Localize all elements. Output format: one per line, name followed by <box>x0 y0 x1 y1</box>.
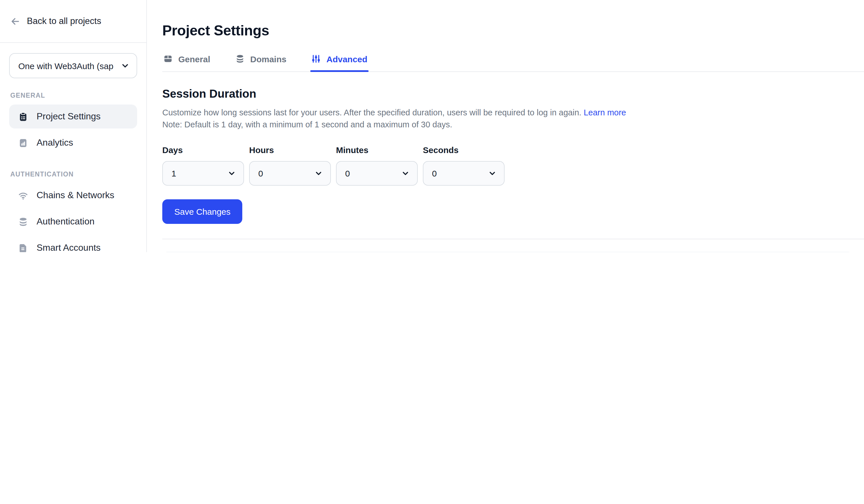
sidebar-item-label: Project Settings <box>37 111 100 122</box>
sliders-icon <box>311 54 321 63</box>
tab-bar: General Domains Advanced <box>162 53 864 72</box>
seconds-select[interactable]: 0 <box>423 161 505 186</box>
test-accounts-card: Test Accounts Enabling this option permi… <box>162 252 853 252</box>
sidebar-item-authentication[interactable]: Authentication <box>9 210 137 234</box>
chevron-down-icon <box>488 169 496 177</box>
project-selector[interactable]: One with Web3Auth (sap <box>9 53 137 78</box>
chevron-down-icon <box>314 169 323 177</box>
sidebar: Back to all projects One with Web3Auth (… <box>0 0 147 252</box>
days-select[interactable]: 1 <box>162 161 244 186</box>
seconds-value: 0 <box>432 169 437 178</box>
back-label: Back to all projects <box>27 16 101 26</box>
sidebar-item-project-settings[interactable]: Project Settings <box>9 105 137 128</box>
sidebar-item-chains-networks[interactable]: Chains & Networks <box>9 183 137 207</box>
page-title: Project Settings <box>162 22 864 39</box>
table-icon <box>164 54 172 63</box>
sidebar-item-label: Smart Accounts <box>37 243 100 252</box>
days-label: Days <box>162 145 244 155</box>
database-icon <box>236 54 244 63</box>
sidebar-item-label: Chains & Networks <box>37 190 114 200</box>
wifi-icon <box>18 190 28 200</box>
session-duration-description: Customize how long sessions last for you… <box>162 107 864 131</box>
tab-label: Advanced <box>326 54 367 64</box>
sidebar-item-label: Authentication <box>37 217 95 227</box>
back-arrow-icon <box>10 16 20 26</box>
hours-field: Hours 0 <box>249 145 331 186</box>
minutes-label: Minutes <box>336 145 418 155</box>
session-description-text: Customize how long sessions last for you… <box>162 108 584 117</box>
days-field: Days 1 <box>162 145 244 186</box>
seconds-label: Seconds <box>423 145 505 155</box>
main-content: Project Settings General Domains Advance… <box>147 0 864 252</box>
sidebar-item-analytics[interactable]: Analytics <box>9 131 137 155</box>
minutes-select[interactable]: 0 <box>336 161 418 186</box>
back-to-projects-link[interactable]: Back to all projects <box>0 0 146 43</box>
tab-general[interactable]: General <box>162 53 212 71</box>
clipboard-icon <box>18 112 28 121</box>
duration-fields: Days 1 Hours 0 Minutes 0 <box>162 145 864 186</box>
section-label-authentication: AUTHENTICATION <box>10 171 137 177</box>
sidebar-item-label: Analytics <box>37 138 73 148</box>
divider <box>162 239 864 239</box>
session-duration-title: Session Duration <box>162 87 864 100</box>
minutes-field: Minutes 0 <box>336 145 418 186</box>
learn-more-link[interactable]: Learn more <box>584 108 626 117</box>
section-label-general: GENERAL <box>10 92 137 99</box>
sidebar-nav: One with Web3Auth (sap GENERAL Project S… <box>0 43 146 252</box>
chevron-down-icon <box>121 61 130 70</box>
hours-label: Hours <box>249 145 331 155</box>
chevron-down-icon <box>401 169 410 177</box>
database-icon <box>18 217 28 226</box>
app-window: Back to all projects One with Web3Auth (… <box>0 0 864 252</box>
tab-domains[interactable]: Domains <box>234 53 288 71</box>
seconds-field: Seconds 0 <box>423 145 505 186</box>
hours-select[interactable]: 0 <box>249 161 331 186</box>
hours-value: 0 <box>258 169 263 178</box>
sidebar-item-smart-accounts[interactable]: Smart Accounts <box>9 236 137 252</box>
tab-label: Domains <box>250 54 287 64</box>
session-note: Note: Default is 1 day, with a minimum o… <box>162 119 864 132</box>
document-icon <box>18 243 28 252</box>
tab-advanced[interactable]: Advanced <box>310 53 368 71</box>
chevron-down-icon <box>227 169 236 177</box>
days-value: 1 <box>171 169 176 178</box>
minutes-value: 0 <box>345 169 350 178</box>
tab-label: General <box>178 54 210 64</box>
analytics-icon <box>18 138 28 148</box>
save-changes-button[interactable]: Save Changes <box>162 199 243 224</box>
project-selector-value: One with Web3Auth (sap <box>18 61 117 71</box>
